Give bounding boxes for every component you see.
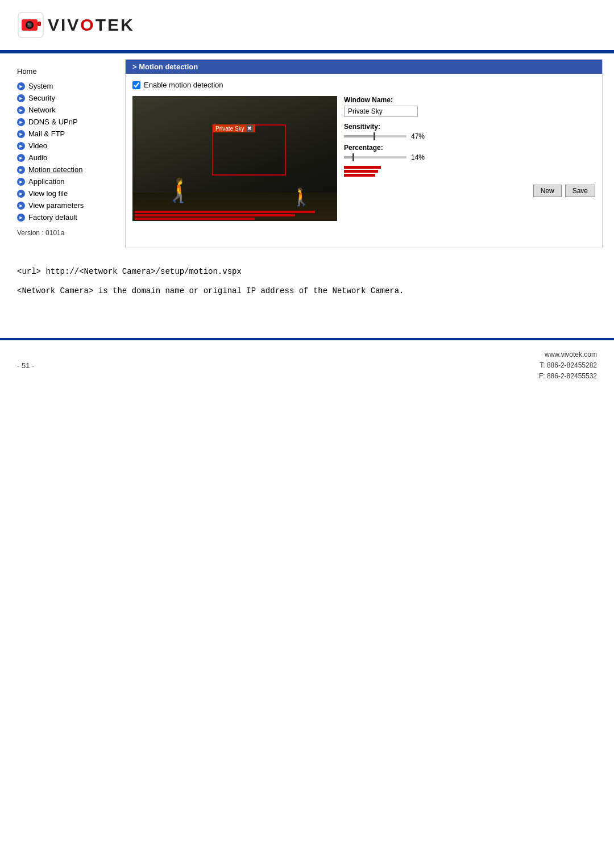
arrow-icon: ► — [17, 190, 25, 198]
save-button[interactable]: Save — [565, 185, 595, 197]
sensitivity-slider-row: 47% — [344, 132, 595, 140]
motion-box-label: Private Sky ✖ — [213, 124, 255, 132]
page-number: - 51 - — [17, 361, 34, 370]
main-layout: Home ► System ► Security ► Network ► DDN… — [0, 53, 614, 254]
percentage-label: Percentage: — [344, 144, 595, 152]
sidebar-item-audio[interactable]: ► Audio — [11, 152, 125, 164]
content-title: > Motion detection — [126, 60, 602, 74]
content-body: Enable motion detection 2004/11/03 17:32… — [126, 74, 602, 228]
sidebar-item-video[interactable]: ► Video — [11, 140, 125, 152]
sensitivity-pct: 47% — [411, 132, 428, 140]
arrow-icon: ► — [17, 154, 25, 162]
arrow-icon: ► — [17, 82, 25, 90]
arrow-icon: ► — [17, 202, 25, 210]
controls-panel: Window Name: Private Sky Sensitivity: 47… — [344, 96, 595, 221]
arrow-icon: ► — [17, 94, 25, 102]
sidebar-item-home[interactable]: Home — [11, 65, 125, 80]
camera-area: 2004/11/03 17:32:20 🚶 🚶 Private Sky ✖ — [132, 96, 595, 221]
percentage-slider-row: 14% — [344, 153, 595, 161]
camera-view: 2004/11/03 17:32:20 🚶 🚶 Private Sky ✖ — [132, 96, 337, 221]
logo: VIVOTEK — [17, 11, 597, 39]
red-bar-3 — [135, 218, 255, 220]
sidebar-item-application[interactable]: ► Application — [11, 176, 125, 187]
color-bars — [344, 166, 595, 177]
person-silhouette-1: 🚶 — [164, 177, 192, 204]
sidebar-item-viewparams[interactable]: ► View parameters — [11, 199, 125, 211]
footer-fax: F: 886-2-82455532 — [539, 371, 597, 382]
color-bar-3 — [344, 174, 375, 177]
sidebar-item-factory[interactable]: ► Factory default — [11, 211, 125, 223]
arrow-icon: ► — [17, 166, 25, 174]
close-icon[interactable]: ✖ — [246, 125, 253, 132]
logo-text: VIVOTEK — [48, 15, 135, 35]
arrow-icon: ► — [17, 178, 25, 186]
sidebar-item-security[interactable]: ► Security — [11, 92, 125, 104]
red-bars — [132, 210, 337, 221]
person-silhouette-2: 🚶 — [291, 187, 312, 207]
desc-line1: <url> http://<Network Camera>/setup/moti… — [17, 265, 597, 279]
content-panel: > Motion detection Enable motion detecti… — [125, 59, 603, 248]
sensitivity-thumb[interactable] — [374, 132, 375, 140]
svg-point-6 — [28, 23, 30, 25]
sensitivity-label: Sensitivity: — [344, 123, 595, 131]
window-name-value[interactable]: Private Sky — [344, 106, 418, 117]
description-section: <url> http://<Network Camera>/setup/moti… — [0, 254, 614, 315]
footer: - 51 - www.vivotek.com T: 886-2-82455282… — [0, 340, 614, 391]
enable-motion-label: Enable motion detection — [144, 81, 223, 89]
sensitivity-fill — [344, 135, 374, 137]
arrow-icon: ► — [17, 130, 25, 138]
percentage-track[interactable] — [344, 156, 406, 158]
sidebar-item-ddns[interactable]: ► DDNS & UPnP — [11, 116, 125, 128]
footer-website: www.vivotek.com — [539, 349, 597, 360]
footer-phone: T: 886-2-82455282 — [539, 360, 597, 371]
arrow-icon: ► — [17, 142, 25, 150]
vivotek-logo-icon — [17, 11, 44, 39]
svg-rect-5 — [38, 22, 41, 26]
sidebar-item-viewlog[interactable]: ► View log file — [11, 187, 125, 199]
percentage-thumb[interactable] — [352, 153, 354, 161]
color-bar-2 — [344, 170, 378, 173]
percentage-fill — [344, 156, 352, 158]
color-bar-1 — [344, 166, 381, 169]
sidebar: Home ► System ► Security ► Network ► DDN… — [11, 59, 125, 248]
motion-detection-box[interactable]: Private Sky ✖ — [212, 124, 286, 176]
sidebar-item-motion[interactable]: ► Motion detection — [11, 164, 125, 176]
version-label: Version : 0101a — [11, 223, 125, 243]
sidebar-item-network[interactable]: ► Network — [11, 104, 125, 116]
enable-motion-row: Enable motion detection — [132, 81, 595, 89]
red-bar-2 — [135, 214, 295, 216]
arrow-icon: ► — [17, 106, 25, 114]
page-header: VIVOTEK — [0, 0, 614, 50]
arrow-icon: ► — [17, 214, 25, 222]
new-button[interactable]: New — [533, 185, 562, 197]
sensitivity-track[interactable] — [344, 135, 406, 137]
window-name-label: Window Name: — [344, 96, 595, 104]
footer-contact: www.vivotek.com T: 886-2-82455282 F: 886… — [539, 349, 597, 382]
arrow-icon: ► — [17, 118, 25, 126]
buttons-row: New Save — [344, 185, 595, 197]
red-bar-1 — [135, 211, 315, 213]
sidebar-item-system[interactable]: ► System — [11, 80, 125, 92]
enable-motion-checkbox[interactable] — [132, 81, 140, 89]
sidebar-item-mail-ftp[interactable]: ► Mail & FTP — [11, 128, 125, 140]
desc-line2: <Network Camera> is the domain name or o… — [17, 285, 597, 298]
percentage-pct: 14% — [411, 153, 428, 161]
